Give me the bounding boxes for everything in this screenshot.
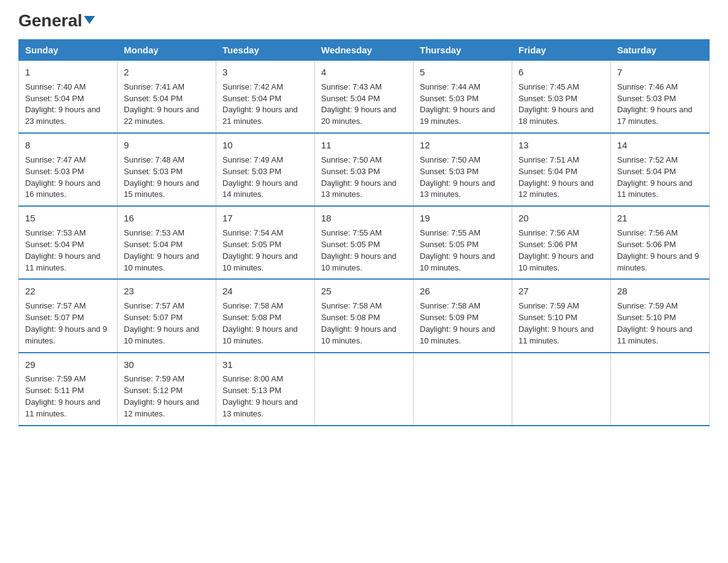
- day-number: 27: [518, 285, 604, 298]
- daylight-text: Daylight: 9 hours and 10 minutes.: [124, 324, 210, 347]
- calendar-cell: 22Sunrise: 7:57 AMSunset: 5:07 PMDayligh…: [19, 279, 118, 352]
- calendar-cell: 26Sunrise: 7:58 AMSunset: 5:09 PMDayligh…: [414, 279, 512, 352]
- day-number: 21: [617, 212, 703, 225]
- sunset-text: Sunset: 5:07 PM: [25, 312, 111, 324]
- day-number: 22: [25, 285, 111, 298]
- sunset-text: Sunset: 5:04 PM: [25, 93, 111, 105]
- calendar-cell: 25Sunrise: 7:58 AMSunset: 5:08 PMDayligh…: [315, 279, 414, 352]
- day-number: 9: [124, 139, 210, 152]
- calendar-cell: 9Sunrise: 7:48 AMSunset: 5:03 PMDaylight…: [118, 133, 216, 206]
- sunset-text: Sunset: 5:03 PM: [25, 166, 111, 178]
- calendar-cell: [414, 353, 512, 426]
- daylight-text: Daylight: 9 hours and 10 minutes.: [321, 251, 407, 274]
- day-number: 28: [617, 285, 703, 298]
- day-number: 17: [222, 212, 308, 225]
- sunset-text: Sunset: 5:06 PM: [518, 239, 604, 251]
- day-number: 18: [321, 212, 407, 225]
- daylight-text: Daylight: 9 hours and 19 minutes.: [420, 104, 506, 128]
- calendar-cell: 23Sunrise: 7:57 AMSunset: 5:07 PMDayligh…: [118, 279, 216, 352]
- sunset-text: Sunset: 5:06 PM: [617, 239, 703, 251]
- day-number: 2: [124, 66, 210, 79]
- sunrise-text: Sunrise: 7:41 AM: [124, 82, 210, 93]
- daylight-text: Daylight: 9 hours and 10 minutes.: [124, 251, 210, 274]
- calendar-table: SundayMondayTuesdayWednesdayThursdayFrid…: [18, 39, 710, 426]
- daylight-text: Daylight: 9 hours and 13 minutes.: [321, 178, 407, 201]
- sunrise-text: Sunrise: 7:50 AM: [321, 155, 407, 166]
- daylight-text: Daylight: 9 hours and 22 minutes.: [124, 104, 210, 128]
- sunset-text: Sunset: 5:03 PM: [420, 93, 506, 105]
- sunset-text: Sunset: 5:03 PM: [518, 93, 604, 105]
- col-header-sunday: Sunday: [19, 40, 118, 61]
- day-number: 15: [25, 212, 111, 225]
- daylight-text: Daylight: 9 hours and 10 minutes.: [222, 251, 308, 274]
- daylight-text: Daylight: 9 hours and 11 minutes.: [617, 324, 703, 347]
- calendar-cell: 10Sunrise: 7:49 AMSunset: 5:03 PMDayligh…: [216, 133, 315, 206]
- daylight-text: Daylight: 9 hours and 10 minutes.: [518, 251, 604, 274]
- sunrise-text: Sunrise: 7:51 AM: [518, 155, 604, 166]
- sunset-text: Sunset: 5:09 PM: [420, 312, 506, 324]
- sunrise-text: Sunrise: 7:54 AM: [222, 228, 308, 239]
- sunrise-text: Sunrise: 8:00 AM: [222, 373, 308, 385]
- sunset-text: Sunset: 5:05 PM: [222, 239, 308, 251]
- daylight-text: Daylight: 9 hours and 10 minutes.: [420, 324, 506, 347]
- day-number: 11: [321, 139, 407, 152]
- sunrise-text: Sunrise: 7:47 AM: [25, 155, 111, 166]
- calendar-cell: 30Sunrise: 7:59 AMSunset: 5:12 PMDayligh…: [118, 353, 216, 426]
- sunrise-text: Sunrise: 7:59 AM: [25, 373, 111, 385]
- sunrise-text: Sunrise: 7:57 AM: [124, 301, 210, 312]
- sunset-text: Sunset: 5:04 PM: [25, 239, 111, 251]
- daylight-text: Daylight: 9 hours and 20 minutes.: [321, 104, 407, 128]
- daylight-text: Daylight: 9 hours and 18 minutes.: [518, 104, 604, 128]
- calendar-cell: 18Sunrise: 7:55 AMSunset: 5:05 PMDayligh…: [315, 206, 414, 279]
- day-number: 1: [25, 66, 111, 79]
- calendar-cell: 17Sunrise: 7:54 AMSunset: 5:05 PMDayligh…: [216, 206, 315, 279]
- page-header: General: [18, 12, 710, 27]
- sunset-text: Sunset: 5:04 PM: [124, 239, 210, 251]
- calendar-cell: 21Sunrise: 7:56 AMSunset: 5:06 PMDayligh…: [611, 206, 710, 279]
- daylight-text: Daylight: 9 hours and 11 minutes.: [518, 324, 604, 347]
- sunrise-text: Sunrise: 7:55 AM: [420, 228, 506, 239]
- calendar-week-row: 8Sunrise: 7:47 AMSunset: 5:03 PMDaylight…: [19, 133, 710, 206]
- daylight-text: Daylight: 9 hours and 23 minutes.: [25, 104, 111, 128]
- calendar-cell: 11Sunrise: 7:50 AMSunset: 5:03 PMDayligh…: [315, 133, 414, 206]
- sunrise-text: Sunrise: 7:58 AM: [420, 301, 506, 312]
- sunset-text: Sunset: 5:13 PM: [222, 385, 308, 397]
- daylight-text: Daylight: 9 hours and 11 minutes.: [617, 178, 703, 201]
- sunrise-text: Sunrise: 7:58 AM: [321, 301, 407, 312]
- day-number: 20: [518, 212, 604, 225]
- col-header-monday: Monday: [118, 40, 216, 61]
- day-number: 6: [518, 66, 604, 79]
- sunrise-text: Sunrise: 7:53 AM: [124, 228, 210, 239]
- sunrise-text: Sunrise: 7:56 AM: [617, 228, 703, 239]
- col-header-wednesday: Wednesday: [315, 40, 414, 61]
- calendar-cell: 29Sunrise: 7:59 AMSunset: 5:11 PMDayligh…: [19, 353, 118, 426]
- day-number: 31: [222, 358, 308, 372]
- calendar-cell: 28Sunrise: 7:59 AMSunset: 5:10 PMDayligh…: [611, 279, 710, 352]
- logo-text: General: [18, 12, 95, 29]
- sunset-text: Sunset: 5:07 PM: [124, 312, 210, 324]
- calendar-cell: 16Sunrise: 7:53 AMSunset: 5:04 PMDayligh…: [118, 206, 216, 279]
- sunset-text: Sunset: 5:03 PM: [617, 93, 703, 105]
- daylight-text: Daylight: 9 hours and 13 minutes.: [222, 397, 308, 420]
- sunset-text: Sunset: 5:04 PM: [617, 166, 703, 178]
- day-number: 8: [25, 139, 111, 152]
- daylight-text: Daylight: 9 hours and 21 minutes.: [222, 104, 308, 128]
- sunrise-text: Sunrise: 7:49 AM: [222, 155, 308, 166]
- calendar-week-row: 1Sunrise: 7:40 AMSunset: 5:04 PMDaylight…: [19, 61, 710, 134]
- day-number: 4: [321, 66, 407, 79]
- calendar-cell: 2Sunrise: 7:41 AMSunset: 5:04 PMDaylight…: [118, 61, 216, 134]
- calendar-cell: 4Sunrise: 7:43 AMSunset: 5:04 PMDaylight…: [315, 61, 414, 134]
- calendar-cell: 6Sunrise: 7:45 AMSunset: 5:03 PMDaylight…: [512, 61, 611, 134]
- sunset-text: Sunset: 5:03 PM: [222, 166, 308, 178]
- day-number: 7: [617, 66, 703, 79]
- day-number: 5: [420, 66, 506, 79]
- sunset-text: Sunset: 5:04 PM: [124, 93, 210, 105]
- day-number: 13: [518, 139, 604, 152]
- calendar-cell: 27Sunrise: 7:59 AMSunset: 5:10 PMDayligh…: [512, 279, 611, 352]
- daylight-text: Daylight: 9 hours and 10 minutes.: [420, 251, 506, 274]
- daylight-text: Daylight: 9 hours and 15 minutes.: [124, 178, 210, 201]
- col-header-saturday: Saturday: [611, 40, 710, 61]
- sunset-text: Sunset: 5:05 PM: [420, 239, 506, 251]
- calendar-cell: 14Sunrise: 7:52 AMSunset: 5:04 PMDayligh…: [611, 133, 710, 206]
- calendar-header-row: SundayMondayTuesdayWednesdayThursdayFrid…: [19, 40, 710, 61]
